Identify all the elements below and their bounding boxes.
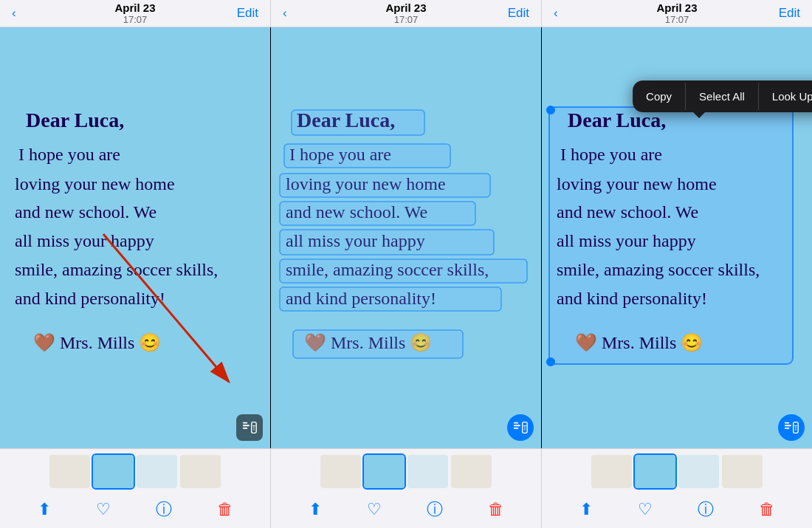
photo-main-1[interactable]: Dear Luca, I hope you are loving your ne… bbox=[0, 27, 270, 448]
svg-rect-27 bbox=[280, 174, 490, 197]
svg-text:loving your new home: loving your new home bbox=[15, 174, 175, 193]
favorite-button-3[interactable]: ♡ bbox=[638, 500, 653, 519]
back-button-1[interactable]: ‹ bbox=[12, 6, 16, 21]
photo-panel-2: Dear Luca, I hope you are loving your ne… bbox=[271, 27, 542, 448]
nav-title-2: April 23 17:07 bbox=[385, 1, 426, 25]
letter-bg-2: Dear Luca, I hope you are loving your ne… bbox=[271, 27, 541, 448]
nav-bar-2: ‹ April 23 17:07 Edit bbox=[271, 0, 542, 27]
info-button-3[interactable]: ⓘ bbox=[698, 498, 714, 521]
thumbnail-doc-1c[interactable] bbox=[137, 455, 177, 488]
svg-rect-29 bbox=[280, 230, 494, 255]
nav-bars-row: ‹ April 23 17:07 Edit ‹ April 23 17:07 E… bbox=[0, 0, 812, 27]
svg-rect-25 bbox=[292, 110, 424, 135]
svg-rect-12 bbox=[243, 425, 250, 426]
back-button-3[interactable]: ‹ bbox=[554, 6, 558, 21]
edit-button-2[interactable]: Edit bbox=[508, 6, 529, 21]
thumbnail-doc-1d[interactable] bbox=[180, 455, 221, 488]
select-all-menu-item[interactable]: Select All bbox=[686, 83, 759, 110]
svg-rect-31 bbox=[280, 287, 501, 311]
thumbnail-photo-1b[interactable] bbox=[93, 455, 134, 488]
nav-bar-1: ‹ April 23 17:07 Edit bbox=[0, 0, 271, 27]
delete-button-1[interactable]: 🗑 bbox=[217, 500, 233, 519]
nav-time-2: 17:07 bbox=[385, 14, 426, 25]
svg-text:and kind personality!: and kind personality! bbox=[557, 289, 707, 308]
nav-title-3: April 23 17:07 bbox=[656, 1, 697, 25]
filmstrip-thumbnails-3 bbox=[542, 449, 812, 491]
share-button-3[interactable]: ⬆ bbox=[579, 500, 593, 519]
nav-title-1: April 23 17:07 bbox=[114, 1, 155, 25]
svg-point-49 bbox=[546, 357, 555, 366]
svg-text:T: T bbox=[794, 425, 797, 432]
svg-rect-50 bbox=[785, 422, 789, 424]
thumbnail-doc-2d[interactable] bbox=[451, 455, 492, 488]
svg-rect-34 bbox=[514, 425, 520, 426]
edit-button-3[interactable]: Edit bbox=[779, 6, 800, 21]
delete-button-2[interactable]: 🗑 bbox=[488, 500, 504, 519]
ocr-button-3[interactable]: T bbox=[778, 414, 805, 441]
nav-date-1: April 23 bbox=[114, 1, 155, 14]
bottom-toolbar-1: ⬆ ♡ ⓘ 🗑 bbox=[0, 491, 270, 528]
bottom-toolbar-3: ⬆ ♡ ⓘ 🗑 bbox=[542, 491, 812, 528]
info-button-1[interactable]: ⓘ bbox=[156, 498, 172, 521]
svg-rect-28 bbox=[280, 202, 475, 225]
back-button-2[interactable]: ‹ bbox=[283, 6, 287, 21]
nav-time-3: 17:07 bbox=[656, 14, 697, 25]
svg-text:smile, amazing soccer skills,: smile, amazing soccer skills, bbox=[15, 260, 218, 279]
thumbnail-doc-3c[interactable] bbox=[678, 455, 719, 488]
svg-rect-32 bbox=[293, 330, 463, 358]
info-button-2[interactable]: ⓘ bbox=[427, 498, 443, 521]
svg-rect-13 bbox=[243, 428, 247, 429]
svg-text:and kind personality!: and kind personality! bbox=[15, 289, 165, 308]
thumbnail-doc-2a[interactable] bbox=[320, 455, 361, 488]
nav-time-1: 17:07 bbox=[114, 14, 155, 25]
filmstrip-thumbnails-2 bbox=[271, 449, 541, 491]
thumbnail-photo-3b[interactable] bbox=[635, 455, 675, 488]
filmstrip-area: ⬆ ♡ ⓘ 🗑 ⬆ ♡ ⓘ 🗑 bbox=[0, 448, 812, 528]
svg-text:and new school. We: and new school. We bbox=[15, 202, 156, 222]
svg-rect-26 bbox=[284, 144, 450, 168]
photo-main-2[interactable]: Dear Luca, I hope you are loving your ne… bbox=[271, 27, 541, 448]
look-up-menu-item[interactable]: Look Up bbox=[759, 83, 812, 110]
context-menu: Copy Select All Look Up ▶ bbox=[633, 80, 812, 112]
favorite-button-2[interactable]: ♡ bbox=[367, 500, 382, 519]
svg-rect-52 bbox=[785, 428, 789, 429]
filmstrip-thumbnails-1 bbox=[0, 449, 270, 491]
photo-panel-3: Copy Select All Look Up ▶ Dear Luca, I h… bbox=[542, 27, 812, 448]
thumbnail-doc-3d[interactable] bbox=[722, 455, 763, 488]
filmstrip-panel-3: ⬆ ♡ ⓘ 🗑 bbox=[542, 449, 812, 528]
svg-text:🤎 Mrs. Mills 😊: 🤎 Mrs. Mills 😊 bbox=[575, 332, 703, 353]
svg-text:Dear Luca,: Dear Luca, bbox=[26, 109, 124, 131]
letter-bg-1: Dear Luca, I hope you are loving your ne… bbox=[0, 27, 270, 448]
nav-bar-3: ‹ April 23 17:07 Edit bbox=[542, 0, 812, 27]
svg-text:I hope you are: I hope you are bbox=[560, 145, 662, 164]
favorite-button-1[interactable]: ♡ bbox=[96, 500, 111, 519]
edit-button-1[interactable]: Edit bbox=[237, 6, 258, 21]
nav-date-2: April 23 bbox=[385, 1, 426, 14]
share-button-2[interactable]: ⬆ bbox=[309, 500, 322, 519]
svg-text:T: T bbox=[252, 425, 255, 432]
thumbnail-doc-3a[interactable] bbox=[591, 455, 632, 488]
filmstrip-panel-2: ⬆ ♡ ⓘ 🗑 bbox=[271, 449, 542, 528]
ocr-button-2[interactable]: T bbox=[507, 414, 534, 441]
svg-rect-30 bbox=[280, 259, 527, 283]
svg-rect-33 bbox=[514, 422, 518, 424]
nav-date-3: April 23 bbox=[656, 1, 697, 14]
svg-text:all miss your   happy: all miss your happy bbox=[557, 231, 696, 250]
thumbnail-photo-2b[interactable] bbox=[364, 455, 405, 488]
filmstrip-panel-1: ⬆ ♡ ⓘ 🗑 bbox=[0, 449, 271, 528]
svg-text:I hope you are: I hope you are bbox=[18, 145, 120, 164]
svg-text:🤎 Mrs. Mills 😊: 🤎 Mrs. Mills 😊 bbox=[33, 332, 161, 353]
thumbnail-doc-1a[interactable] bbox=[49, 455, 90, 488]
svg-rect-11 bbox=[243, 422, 247, 424]
ocr-button-1[interactable]: T bbox=[236, 414, 263, 441]
copy-menu-item[interactable]: Copy bbox=[633, 83, 686, 110]
delete-button-3[interactable]: 🗑 bbox=[759, 500, 775, 519]
svg-point-48 bbox=[546, 106, 555, 114]
thumbnail-doc-2c[interactable] bbox=[407, 455, 448, 488]
share-button-1[interactable]: ⬆ bbox=[38, 500, 51, 519]
svg-rect-51 bbox=[785, 425, 791, 426]
main-container: ‹ April 23 17:07 Edit ‹ April 23 17:07 E… bbox=[0, 0, 812, 528]
svg-text:T: T bbox=[523, 425, 526, 432]
photo-panel-1: Dear Luca, I hope you are loving your ne… bbox=[0, 27, 271, 448]
svg-rect-35 bbox=[514, 428, 518, 429]
